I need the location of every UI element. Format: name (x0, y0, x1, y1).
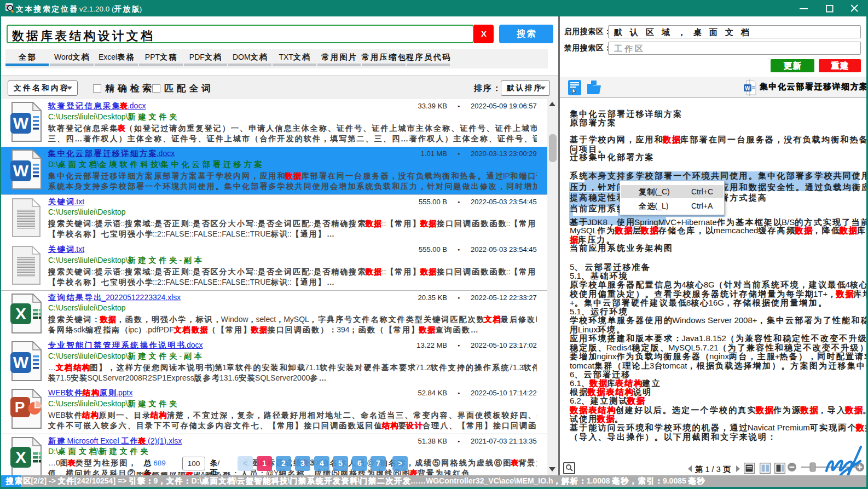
svg-text:W: W (13, 162, 29, 180)
svg-text:W: W (13, 114, 29, 132)
svg-text:P: P (15, 399, 25, 416)
svg-text:W: W (13, 353, 29, 371)
svg-text:X: X (15, 304, 26, 323)
svg-text:X: X (15, 448, 26, 466)
